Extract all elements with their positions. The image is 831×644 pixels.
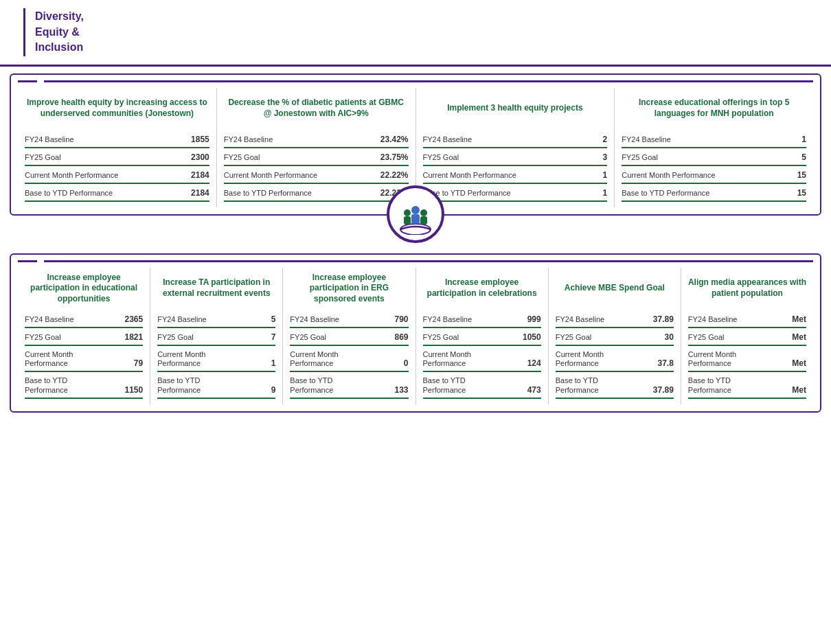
metric-value-0-2: 79: [134, 358, 143, 368]
metric-label-0-0: FY24 Baseline: [25, 135, 74, 144]
col-header-3: Increase employee participation in celeb…: [423, 272, 541, 305]
metric-label-4-0: FY24 Baseline: [556, 315, 605, 324]
metric-row-2-0: FY24 Baseline790: [290, 312, 408, 328]
metric-row-0-1: FY25 Goal1821: [25, 330, 143, 346]
metric-row-3-1: FY25 Goal5: [622, 150, 806, 166]
col-header-5: Align media appearances with patient pop…: [688, 272, 806, 305]
metric-label-3-0: FY24 Baseline: [622, 135, 671, 144]
metric-row-1-0: FY24 Baseline23.42%: [224, 132, 409, 148]
metric-row-4-1: FY25 Goal30: [556, 330, 674, 346]
metric-label-1-0: FY24 Baseline: [157, 315, 207, 324]
metric-label-2-3: Base to YTD Performance: [290, 376, 361, 394]
metric-label-2-2: Current Month Performance: [423, 171, 516, 180]
metric-label-0-2: Current Month Performance: [25, 350, 95, 368]
metric-label-5-1: FY25 Goal: [688, 333, 725, 342]
col-0: Improve health equity by increasing acce…: [18, 88, 217, 207]
col-header-2: Increase employee participation in ERG s…: [290, 272, 408, 305]
col-header-3: Increase educational offerings in top 5 …: [622, 92, 806, 125]
metric-label-2-0: FY24 Baseline: [423, 135, 473, 144]
logo-area: Diversity,Equity &Inclusion: [14, 8, 84, 56]
metric-value-5-1: Met: [792, 332, 806, 342]
metric-label-5-3: Base to YTD Performance: [688, 376, 759, 394]
metric-label-5-0: FY24 Baseline: [688, 315, 738, 324]
metric-value-0-3: 2184: [191, 188, 209, 198]
metric-value-2-0: 790: [394, 314, 408, 324]
metric-row-1-2: Current Month Performance22.22%: [224, 168, 409, 184]
workforce-equity-columns: Increase employee participation in educa…: [18, 268, 813, 404]
metric-value-3-2: 124: [527, 358, 541, 368]
metric-value-2-2: 0: [404, 358, 409, 368]
metric-row-5-2: Current Month PerformanceMet: [688, 347, 806, 372]
svg-point-3: [411, 206, 420, 214]
metric-value-5-0: Met: [792, 314, 806, 324]
metric-label-0-1: FY25 Goal: [25, 153, 61, 162]
metric-row-5-0: FY24 BaselineMet: [688, 312, 806, 328]
col-2: Implement 3 health equity projectsFY24 B…: [416, 88, 615, 207]
metric-label-1-0: FY24 Baseline: [224, 135, 273, 144]
svg-rect-6: [420, 216, 427, 225]
metric-label-1-1: FY25 Goal: [157, 333, 194, 342]
metric-value-4-0: 37.89: [653, 314, 674, 324]
col-3: Increase educational offerings in top 5 …: [615, 88, 813, 207]
metric-row-0-1: FY25 Goal2300: [25, 150, 209, 166]
metric-value-1-0: 5: [271, 314, 276, 324]
metric-value-2-3: 1: [603, 188, 608, 198]
metric-label-3-1: FY25 Goal: [622, 153, 658, 162]
header: Diversity,Equity &Inclusion: [0, 0, 831, 67]
workforce-equity-title: [18, 260, 813, 262]
metric-label-3-2: Current Month Performance: [622, 171, 715, 180]
metric-value-1-1: 7: [271, 332, 276, 342]
metric-label-4-1: FY25 Goal: [556, 333, 592, 342]
col-5: Align media appearances with patient pop…: [681, 268, 813, 404]
metric-value-1-2: 22.22%: [380, 170, 409, 180]
col-header-2: Implement 3 health equity projects: [423, 92, 608, 125]
metric-value-0-1: 1821: [124, 332, 143, 342]
metric-row-5-1: FY25 GoalMet: [688, 330, 806, 346]
metric-row-4-3: Base to YTD Performance37.89: [556, 373, 674, 398]
metric-row-0-3: Base to YTD Performance2184: [25, 185, 209, 202]
col-header-4: Achieve MBE Spend Goal: [556, 272, 674, 305]
metric-value-2-2: 1: [603, 170, 608, 180]
metric-row-1-2: Current Month Performance1: [157, 347, 275, 372]
logo-divider: [23, 8, 25, 56]
metric-value-0-3: 1150: [124, 385, 143, 395]
col-3: Increase employee participation in celeb…: [416, 268, 549, 404]
metric-value-0-0: 1855: [191, 135, 209, 144]
metric-row-1-1: FY25 Goal23.75%: [224, 150, 409, 166]
metric-value-1-3: 9: [271, 385, 276, 395]
metric-label-4-2: Current Month Performance: [556, 350, 626, 368]
metric-value-0-0: 2365: [124, 314, 143, 324]
metric-label-0-3: Base to YTD Performance: [25, 189, 113, 198]
metric-label-2-1: FY25 Goal: [423, 153, 459, 162]
metric-label-4-3: Base to YTD Performance: [556, 376, 626, 394]
metric-row-2-3: Base to YTD Performance1: [423, 185, 608, 202]
metric-label-3-1: FY25 Goal: [423, 333, 459, 342]
metric-row-1-1: FY25 Goal7: [157, 330, 275, 346]
svg-point-1: [404, 209, 411, 216]
metric-value-1-0: 23.42%: [380, 135, 409, 144]
metric-row-3-1: FY25 Goal1050: [423, 330, 541, 346]
metric-value-4-3: 37.89: [653, 385, 674, 395]
metric-label-1-3: Base to YTD Performance: [224, 189, 312, 198]
metric-row-1-3: Base to YTD Performance9: [157, 373, 275, 398]
metric-row-0-0: FY24 Baseline2365: [25, 312, 143, 328]
metric-row-3-0: FY24 Baseline999: [423, 312, 541, 328]
metric-value-4-1: 30: [665, 332, 674, 342]
metric-row-0-2: Current Month Performance79: [25, 347, 143, 372]
metric-label-3-3: Base to YTD Performance: [423, 376, 494, 394]
health-equity-section: Improve health equity by increasing acce…: [10, 73, 821, 216]
metric-label-2-2: Current Month Performance: [290, 350, 361, 368]
metric-row-1-3: Base to YTD Performance22.22%: [224, 185, 409, 202]
main-content: Improve health equity by increasing acce…: [0, 67, 831, 426]
col-header-1: Increase TA participation in external re…: [157, 272, 275, 305]
metric-row-3-0: FY24 Baseline1: [622, 132, 806, 148]
metric-row-3-2: Current Month Performance124: [423, 347, 541, 372]
metric-value-0-1: 2300: [191, 152, 209, 162]
svg-rect-2: [404, 216, 411, 225]
metric-value-4-2: 37.8: [658, 358, 674, 368]
metric-row-3-3: Base to YTD Performance15: [622, 185, 806, 202]
metric-value-3-2: 15: [797, 170, 806, 180]
metric-row-3-2: Current Month Performance15: [622, 168, 806, 184]
metric-row-3-3: Base to YTD Performance473: [423, 373, 541, 398]
metric-value-3-3: 473: [527, 385, 541, 395]
